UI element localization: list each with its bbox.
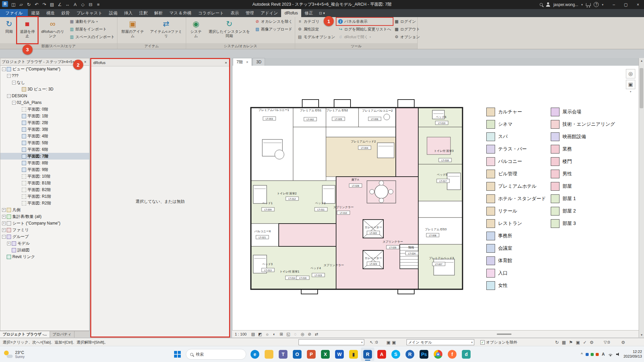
- store-cart-icon[interactable]: [586, 3, 591, 7]
- worksharing-icon[interactable]: ↻: [555, 340, 559, 345]
- tab-プレキャスト[interactable]: プレキャスト: [73, 9, 106, 17]
- tree-item[interactable]: −???: [0, 72, 89, 79]
- room-tag[interactable]: LT-023: [370, 263, 377, 265]
- ribbon-button-連動モデル[interactable]: ▦連動モデル▾: [68, 18, 116, 24]
- tree-item[interactable]: 平面図: 10階: [0, 173, 89, 180]
- visual-style-icon[interactable]: ◩: [257, 331, 263, 337]
- close-icon[interactable]: ×: [246, 60, 248, 64]
- ribbon-button-画像アップロード[interactable]: ▨画像アップロード: [254, 26, 293, 32]
- taskbar-app-powerpoint[interactable]: P: [305, 348, 318, 361]
- tree-item[interactable]: 平面図: 3階: [0, 126, 89, 133]
- taskbar-app-acrobat[interactable]: A: [375, 348, 388, 361]
- tree-item[interactable]: 平面図: R2階: [0, 200, 89, 206]
- ribbon-button-dRofusで開く[interactable]: ddRofusで開く▾: [337, 34, 392, 40]
- tree-item[interactable]: 平面図: 4階: [0, 133, 89, 139]
- revit-menu-icon[interactable]: R: [2, 1, 8, 7]
- expand-icon[interactable]: +: [2, 215, 6, 219]
- room-tag[interactable]: LT-008: [429, 234, 436, 237]
- expand-icon[interactable]: +: [2, 208, 6, 212]
- scroll-down-icon[interactable]: ▼: [639, 332, 644, 338]
- link-monitor-icon[interactable]: ⚑: [569, 340, 573, 345]
- exclude-options[interactable]: ✓ オプションを除外: [480, 338, 518, 346]
- tree-item[interactable]: 3D ビュー: 3D: [0, 86, 89, 93]
- room-tag[interactable]: LT-028: [352, 185, 359, 187]
- taskbar-app-firefox[interactable]: f: [445, 348, 459, 361]
- ribbon-button-選択したインスタンスを同期[interactable]: ↻選択したインスタンスを同期: [206, 18, 253, 43]
- crop-view-icon[interactable]: ⊞: [278, 331, 284, 337]
- tab-properties[interactable]: プロパティ: [50, 331, 74, 338]
- zoom-icon[interactable]: ▣: [626, 80, 635, 89]
- taskbar-app-powerbi[interactable]: ▮: [347, 348, 360, 361]
- tab-アドイン[interactable]: アドイン: [257, 9, 281, 17]
- clock[interactable]: 12:22 2023/09/13: [624, 350, 642, 359]
- save-icon[interactable]: ◫: [10, 1, 17, 8]
- ribbon-button-ログイン[interactable]: ▦ログイン: [393, 18, 421, 24]
- help-icon[interactable]: ?: [594, 2, 599, 7]
- user-menu-chevron-icon[interactable]: ▾: [581, 3, 583, 6]
- room-tag[interactable]: LT-019: [438, 122, 445, 124]
- taskbar-app-word[interactable]: W: [333, 348, 346, 361]
- tree-item[interactable]: 平面図: 0階: [0, 106, 89, 113]
- hidden-icons-chevron-icon[interactable]: ^: [581, 352, 583, 357]
- thin-lines-icon[interactable]: ≡: [95, 1, 102, 8]
- ribbon-button-スペースのインポート[interactable]: ▥スペースのインポート: [68, 34, 116, 40]
- room-tag[interactable]: LT-004: [361, 147, 368, 149]
- taskbar-search[interactable]: 検索: [186, 349, 246, 360]
- editable-only-icon[interactable]: ▦: [562, 340, 566, 345]
- tab-コラボレート[interactable]: コラボレート: [195, 9, 227, 17]
- tab-修正[interactable]: 修正: [301, 9, 316, 17]
- close-button[interactable]: ×: [632, 0, 644, 9]
- tab-鉄骨[interactable]: 鉄骨: [58, 9, 73, 17]
- tree-item[interactable]: 平面図: 8階: [0, 160, 89, 166]
- close-icon[interactable]: ×: [83, 60, 88, 64]
- tree-item[interactable]: 平面図: 9階: [0, 166, 89, 173]
- tree-item[interactable]: 平面図: R1階: [0, 193, 89, 200]
- design-option-select[interactable]: ▾: [299, 339, 364, 345]
- tree-item[interactable]: +集計表/数量 (all): [0, 213, 89, 220]
- drofus-panel-header[interactable]: dRofus ×: [91, 59, 229, 66]
- redo-icon[interactable]: ↷: [41, 1, 48, 8]
- ribbon-button-オプション[interactable]: ⚙オプション: [393, 34, 421, 40]
- unlocked-view-icon[interactable]: ⊘: [307, 331, 312, 337]
- section-icon[interactable]: ⊟: [87, 1, 94, 8]
- room-tag[interactable]: LT-010: [340, 212, 347, 214]
- horizontal-scrollbar[interactable]: [497, 334, 512, 335]
- collapse-icon[interactable]: −: [7, 74, 11, 78]
- displacement-sets-icon[interactable]: ⇄: [314, 331, 319, 337]
- view-tab-3D[interactable]: 3D: [253, 58, 265, 66]
- taskbar-app-photoshop[interactable]: Ps: [417, 348, 431, 361]
- tree-item[interactable]: 平面図: 7階: [0, 153, 89, 160]
- ribbon-button-パネル非表示[interactable]: iパネル非表示1: [337, 18, 392, 24]
- tree-item[interactable]: −02_GA_Plans: [0, 99, 89, 106]
- ribbon-button-ログアウト[interactable]: ▦ログアウト: [393, 26, 421, 32]
- tab-設備[interactable]: 設備: [106, 9, 121, 17]
- room-tag[interactable]: LT-011: [318, 208, 325, 211]
- open-icon[interactable]: ▱: [17, 1, 25, 8]
- ribbon-button-部屋をインポート[interactable]: ▥部屋をインポート: [68, 26, 116, 32]
- room-tag[interactable]: LT-005: [335, 118, 342, 120]
- tree-item[interactable]: 平面図: B1階: [0, 180, 89, 186]
- ribbon-button-ログを開始し変更リストへ[interactable]: ↪ログを開始し変更リストへ: [337, 26, 392, 32]
- room-tag[interactable]: LT-012: [288, 198, 296, 200]
- room-tag[interactable]: LT-017: [439, 180, 446, 182]
- weather-widget[interactable]: 23°C Sunny: [0, 346, 29, 362]
- tab-注釈[interactable]: 注釈: [136, 9, 151, 17]
- defender-icon[interactable]: [591, 353, 594, 356]
- tree-item[interactable]: +モデル: [0, 240, 89, 247]
- taskbar-app-chrome[interactable]: [431, 348, 445, 361]
- room-tag[interactable]: LT-018: [441, 159, 448, 162]
- active-model-select[interactable]: メイン モデル▾: [407, 339, 474, 345]
- tree-item[interactable]: 詳細図: [0, 247, 89, 253]
- exclude-options-checkbox[interactable]: ✓: [480, 340, 485, 345]
- design-options-icon[interactable]: ▣: [576, 340, 580, 345]
- reveal-hidden-elements-icon[interactable]: ◎: [300, 331, 305, 337]
- signed-in-user[interactable]: jasper.wong...: [553, 2, 578, 7]
- expand-icon[interactable]: +: [7, 242, 11, 245]
- taskbar-app-explorer[interactable]: [262, 348, 276, 361]
- taskbar-app-drofus[interactable]: d: [460, 348, 473, 361]
- maximize-button[interactable]: ▢: [620, 0, 632, 9]
- room-tag[interactable]: LT-013: [264, 269, 271, 272]
- ribbon-button-同期[interactable]: ↻同期: [1, 18, 17, 43]
- view-scale[interactable]: 1 : 100: [235, 332, 247, 336]
- ribbon-button-属性設定[interactable]: ⚙属性設定: [297, 26, 336, 32]
